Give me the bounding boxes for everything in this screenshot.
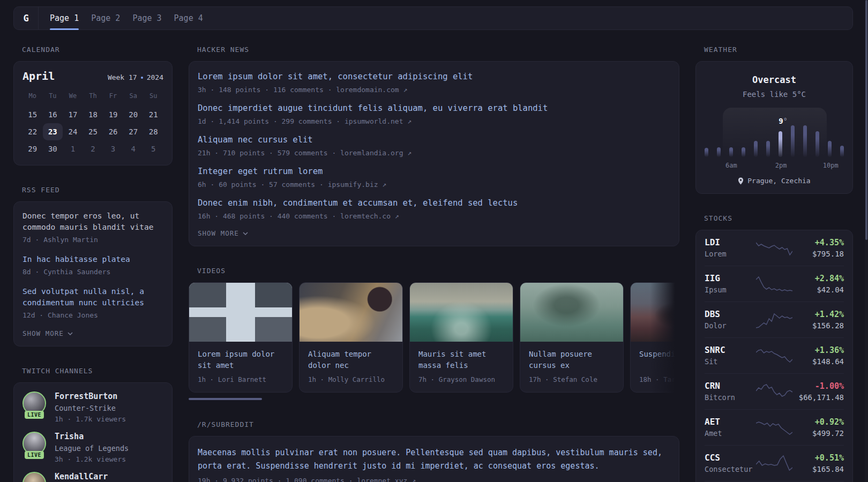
weather-bars <box>705 108 844 157</box>
stock-price: $795.18 <box>792 250 844 258</box>
hackernews-item-title[interactable]: Aliquam nec cursus elit <box>198 134 670 146</box>
hackernews-show-more-button[interactable]: SHOW MORE <box>198 229 670 237</box>
video-card[interactable]: Aliquam tempor dolor nec pharetra…1h · M… <box>299 282 403 393</box>
stock-row[interactable]: LDILorem+4.35%$795.18 <box>705 230 844 266</box>
avatar <box>23 472 46 482</box>
stock-ticker: DBS <box>705 309 756 319</box>
twitch-channel-name: ForrestBurton <box>55 391 126 401</box>
video-card[interactable]: Suspendisse diam18h · Tara <box>630 282 679 393</box>
video-meta: 17h · Stefan Cole <box>529 375 615 383</box>
twitch-channel-game: League of Legends <box>55 444 129 453</box>
weather-bar-chart: 9° <box>705 108 844 157</box>
calendar-day: 16 <box>43 106 63 123</box>
stock-row[interactable]: CRNBitcorn-1.00%$66,171.48 <box>705 373 844 409</box>
stock-row[interactable]: SNRCSit+1.36%$148.64 <box>705 337 844 373</box>
twitch-channel-info: ForrestBurtonCounter-Strike1h · 1.7k vie… <box>55 391 126 423</box>
hackernews-item-meta: 16h · 468 points · 440 comments · loremt… <box>198 212 670 220</box>
stock-sparkline <box>756 454 792 473</box>
stock-name: Amet <box>705 429 756 438</box>
hackernews-item-meta: 3h · 148 points · 116 comments · loremdo… <box>198 86 670 94</box>
weather-widget: WEATHER Overcast Feels like 5°C 9° 6am2p… <box>695 46 853 194</box>
map-pin-icon <box>738 177 744 185</box>
stock-left: SNRCSit <box>705 345 756 366</box>
weather-bar-current <box>779 131 782 157</box>
weather-condition: Overcast <box>705 74 844 85</box>
hackernews-item-title[interactable]: Donec imperdiet augue tincidunt felis al… <box>198 103 670 114</box>
calendar-day: 29 <box>23 140 43 157</box>
weather-location: Prague, Czechia <box>705 177 844 185</box>
stock-name: Bitcorn <box>705 393 756 402</box>
stock-change: -1.00% <box>792 381 844 391</box>
rss-item-meta: 8d · Cynthia Saunders <box>23 268 163 276</box>
calendar-day: 5 <box>143 140 163 157</box>
stock-right: +2.84%$42.04 <box>792 274 844 294</box>
twitch-channel-row[interactable]: KendallCarr <box>23 472 163 482</box>
video-thumbnail <box>631 283 679 342</box>
twitch-channel-viewers: 1h · 1.7k viewers <box>55 415 126 423</box>
calendar-day: 26 <box>103 123 123 140</box>
avatar-wrap: LIVE <box>23 391 46 423</box>
app-logo[interactable]: G <box>14 7 39 29</box>
rss-item-title[interactable]: In hac habitasse platea <box>23 254 163 265</box>
stock-row[interactable]: AETAmet+0.92%$499.72 <box>705 409 844 445</box>
calendar-day: 24 <box>63 123 83 140</box>
rss-item-title[interactable]: Donec tempor eros leo, ut commodo mauris… <box>23 210 163 233</box>
tab-page-4[interactable]: Page 4 <box>174 7 203 29</box>
hackernews-item-meta: 21h · 710 points · 579 comments · loreml… <box>198 149 670 157</box>
calendar-day: 22 <box>23 123 43 140</box>
rss-item: Sed volutpat nulla nisl, a condimentum n… <box>23 286 163 319</box>
video-card[interactable]: Mauris sit amet massa felis7h · Grayson … <box>409 282 513 393</box>
stock-sparkline <box>756 310 792 329</box>
hackernews-item-title[interactable]: Integer eget rutrum lorem <box>198 166 670 177</box>
stock-change: +4.35% <box>792 238 844 247</box>
tab-page-3[interactable]: Page 3 <box>132 7 161 29</box>
calendar-day-name: Sa <box>123 92 144 106</box>
weather-bar <box>766 141 770 157</box>
tab-label: Page 2 <box>91 13 120 23</box>
rss-widget: RSS FEED Donec tempor eros leo, ut commo… <box>13 186 173 347</box>
dashboard-columns: CALENDAR April Week 17 2024 MoTuWeThFrSa… <box>0 30 868 482</box>
videos-carousel: Lorem ipsum dolor sit amet consectetu…1h… <box>189 282 679 393</box>
rss-item: Donec tempor eros leo, ut commodo mauris… <box>23 210 163 244</box>
page-tabs: Page 1Page 2Page 3Page 4 <box>50 7 203 29</box>
rss-header: RSS FEED <box>22 186 173 194</box>
hackernews-item-meta: 1d · 1,414 points · 299 comments · ipsum… <box>198 117 670 125</box>
calendar-grid: MoTuWeThFrSaSu15161718192021222324252627… <box>23 92 163 157</box>
stock-sparkline <box>756 382 792 401</box>
hackernews-card: Lorem ipsum dolor sit amet, consectetur … <box>189 61 679 246</box>
twitch-channel-row[interactable]: LIVETrishaLeague of Legends3h · 1.2k vie… <box>23 432 163 463</box>
stocks-card: LDILorem+4.35%$795.18IIGIpsum+2.84%$42.0… <box>695 230 853 482</box>
page-scrollbar-thumb[interactable] <box>865 0 867 240</box>
weather-bar <box>791 125 795 157</box>
calendar-day: 15 <box>23 106 43 123</box>
tab-page-2[interactable]: Page 2 <box>91 7 120 29</box>
hackernews-widget: HACKER NEWS Lorem ipsum dolor sit amet, … <box>189 46 679 246</box>
stock-price: $165.84 <box>792 465 844 473</box>
stock-row[interactable]: CCSConsectetur+0.51%$165.84 <box>705 445 844 481</box>
twitch-channel-row[interactable]: LIVEForrestBurtonCounter-Strike1h · 1.7k… <box>23 391 163 423</box>
weather-bar <box>717 147 721 157</box>
stock-row[interactable]: DBSDolor+1.42%$156.28 <box>705 302 844 337</box>
rss-item-title[interactable]: Sed volutpat nulla nisl, a condimentum n… <box>23 286 163 308</box>
video-card[interactable]: Lorem ipsum dolor sit amet consectetu…1h… <box>189 282 293 393</box>
weather-axis-label: 10pm <box>823 162 839 169</box>
hackernews-item-title[interactable]: Lorem ipsum dolor sit amet, consectetur … <box>198 71 670 82</box>
stock-price: $42.04 <box>792 285 844 294</box>
carousel-scrollbar-thumb[interactable] <box>189 398 262 400</box>
avatar-wrap <box>23 472 46 482</box>
calendar-day-name: We <box>63 92 83 106</box>
stocks-widget: STOCKS LDILorem+4.35%$795.18IIGIpsum+2.8… <box>695 214 853 482</box>
calendar-day-name: Tu <box>43 92 63 106</box>
stock-name: Sit <box>705 357 756 366</box>
hackernews-item-title[interactable]: Donec enim nibh, condimentum et accumsan… <box>198 198 670 209</box>
video-card[interactable]: Nullam posuere cursus ex17h · Stefan Col… <box>520 282 624 393</box>
rss-show-more-button[interactable]: SHOW MORE <box>23 329 163 337</box>
video-title: Lorem ipsum dolor sit amet consectetu… <box>198 349 283 371</box>
subreddit-post-title[interactable]: Maecenas mollis pulvinar erat non posuer… <box>198 446 670 473</box>
stock-row[interactable]: IIGIpsum+2.84%$42.04 <box>705 266 844 302</box>
stock-name: Ipsum <box>705 285 756 294</box>
calendar-day: 21 <box>143 106 163 123</box>
calendar-day: 30 <box>43 140 63 157</box>
tab-page-1[interactable]: Page 1 <box>50 7 79 29</box>
hackernews-item: Aliquam nec cursus elit21h · 710 points … <box>198 134 670 157</box>
